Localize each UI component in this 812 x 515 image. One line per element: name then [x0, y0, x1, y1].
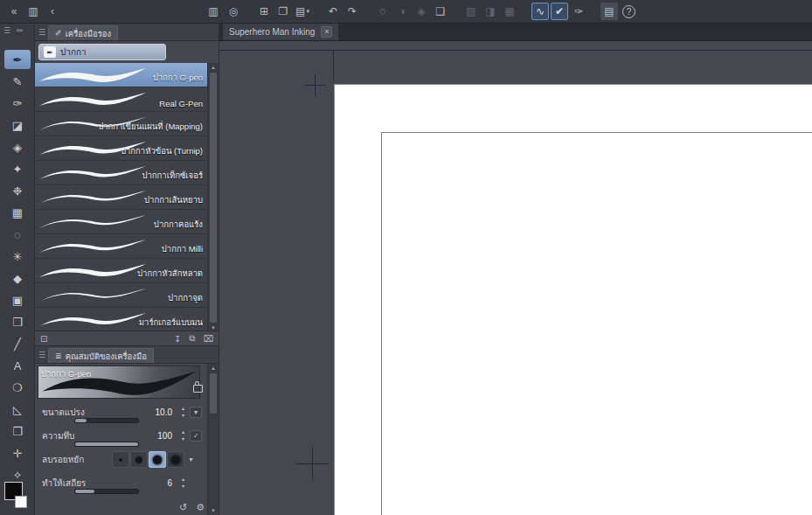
tool-property-menu-icon[interactable]: ☰ [38, 351, 45, 359]
paint-bucket-tool[interactable]: ◈ [4, 137, 31, 157]
redo-icon[interactable]: ↷ [344, 3, 361, 20]
scroll-up-icon[interactable]: ▲ [208, 63, 219, 72]
lock-icon[interactable] [193, 385, 203, 393]
background-color-swatch[interactable] [15, 496, 27, 508]
value-spinner[interactable]: ▴▾ [182, 405, 184, 419]
invert-selection-icon[interactable]: ◑ [393, 3, 411, 20]
snap-ruler-icon[interactable]: ▨ [462, 3, 480, 20]
subtool-item[interactable]: ปากกาเขียนแผนที่ (Mapping) [35, 112, 207, 136]
scroll-thumb[interactable] [210, 73, 217, 323]
deselect-icon[interactable]: ◌ [374, 3, 392, 20]
scroll-down-icon[interactable]: ▼ [208, 506, 219, 515]
property-slider[interactable] [74, 489, 139, 494]
vector-line-icon[interactable]: ∿ [531, 3, 549, 20]
hand-tool[interactable]: ✛ [4, 443, 31, 463]
scroll-up-icon[interactable]: ▲ [208, 364, 219, 372]
brush-list-scrollbar[interactable]: ▲ ▼ [207, 63, 219, 332]
open-file-icon[interactable]: ❐ [274, 3, 292, 20]
subtool-item[interactable]: ปากกาคอแร้ง [35, 210, 207, 234]
spinner-up-icon[interactable]: ▴ [182, 428, 184, 435]
snap-grid-icon[interactable]: ▦ [501, 3, 518, 20]
spinner-down-icon[interactable]: ▾ [182, 412, 184, 419]
material-panel-icon[interactable]: ▤ [600, 3, 618, 20]
balloon-tool[interactable]: ❍ [4, 378, 31, 397]
panel-list-icon[interactable]: ▥ [205, 3, 222, 20]
spinner-down-icon[interactable]: ▾ [182, 435, 184, 442]
text-tool[interactable]: A [4, 356, 31, 375]
tool-property-scrollbar[interactable]: ▲ ▼ [207, 364, 219, 515]
pen-group-header[interactable]: ✒ ปากกา [38, 44, 166, 60]
subtool-menu-icon[interactable]: ☰ [38, 28, 45, 37]
subtool-item[interactable]: ปากกา Milli [35, 234, 207, 259]
collapse-left-icon[interactable]: « [5, 3, 23, 20]
document-tab[interactable]: Superhero Man Inking × [223, 24, 338, 40]
subtool-tab[interactable]: ✐ เครื่องมือรอง [48, 25, 118, 40]
undo-icon[interactable]: ↶ [324, 3, 342, 20]
subtool-detail-icon[interactable]: ⊡ [40, 334, 47, 344]
fill-icon[interactable]: ◈ [413, 3, 430, 20]
screen-tool[interactable]: ▣ [4, 290, 31, 310]
subtool-item[interactable]: มาร์กเกอร์แบบมน [35, 308, 207, 332]
marker-tool[interactable]: ✑ [4, 94, 31, 113]
pen-tool[interactable]: ✒ [4, 50, 31, 69]
subtool-tab-icon: ✐ [55, 29, 62, 38]
lasso-tool[interactable]: ◌ [4, 225, 31, 244]
back-icon[interactable]: ‹ [44, 3, 61, 20]
pen-pressure-icon[interactable]: ✑ [570, 3, 587, 20]
subtool-item[interactable]: ปากกาเส้นหยาบ [35, 185, 207, 210]
property-slider[interactable] [74, 418, 139, 423]
frame-border-tool[interactable]: ❐ [4, 421, 31, 441]
antialias-dropdown-icon[interactable]: ▾ [185, 451, 197, 468]
tool-property-panel: ☰ ≣ คุณสมบัติของเครื่องมือ ปากกา G-pen ข… [35, 345, 219, 515]
tool-property-tab[interactable]: ≣ คุณสมบัติของเครื่องมือ [48, 348, 154, 363]
vector-brush-icon[interactable]: ✔ [551, 3, 568, 20]
spinner-up-icon[interactable]: ▴ [182, 405, 184, 412]
scroll-thumb[interactable] [210, 373, 217, 414]
decoration-tool[interactable]: ✦ [4, 159, 31, 178]
toolbar-edit-icon[interactable]: ✏ [17, 26, 24, 35]
object-tool[interactable]: ❒ [4, 312, 31, 331]
delete-subtool-icon[interactable]: ⌧ [203, 334, 213, 344]
subtool-item[interactable]: ปากกาหัวข้อน (Turnip) [35, 136, 207, 161]
crop-canvas-icon[interactable]: ❑ [432, 3, 449, 20]
spinner-down-icon[interactable]: ▾ [182, 483, 184, 490]
pencil-tool[interactable]: ✎ [4, 72, 31, 91]
pressure-toggle-button[interactable]: ✓ [190, 430, 202, 442]
antialias-option-2[interactable] [149, 451, 166, 468]
subtool-item-label: มาร์กเกอร์แบบมน [139, 316, 203, 329]
eraser-tool[interactable]: ◪ [4, 115, 31, 135]
workspace-icon[interactable]: ▥ [24, 3, 42, 20]
blend-tool[interactable]: ❉ [4, 181, 31, 200]
subtool-item[interactable]: ปากกาจุด [35, 283, 207, 308]
new-canvas-icon[interactable]: ⊞ [255, 3, 273, 20]
value-spinner[interactable]: ▴▾ [182, 428, 184, 442]
tool-settings-icon[interactable]: ⚙ [196, 502, 205, 513]
antialias-option-1[interactable] [130, 451, 148, 468]
duplicate-subtool-icon[interactable]: ⧉ [189, 333, 195, 344]
subtool-item[interactable]: ปากกาเท็กซ์เจอร์ [35, 161, 207, 185]
save-icon[interactable]: ▤▾ [294, 3, 311, 20]
size-dropdown-button[interactable]: ▾ [190, 407, 202, 418]
gradient-tool[interactable]: ▦ [4, 203, 31, 222]
subtool-item[interactable]: ปากกา G-pen [35, 63, 207, 87]
subtool-item[interactable]: ปากกาหัวสักหลาด [35, 259, 207, 283]
tab-close-button[interactable]: × [321, 26, 332, 38]
import-subtool-icon[interactable]: ↧ [174, 334, 181, 344]
spinner-up-icon[interactable]: ▴ [182, 476, 184, 483]
figure-tool[interactable]: ◆ [4, 268, 31, 288]
toolbar-menu-icon[interactable]: ☰ [3, 26, 10, 35]
subtool-item-label: ปากกาหัวข้อน (Turnip) [121, 144, 203, 157]
antialias-option-3[interactable] [167, 451, 184, 468]
ruler-tool[interactable]: ◺ [4, 400, 31, 419]
canvas-viewport[interactable] [219, 41, 812, 515]
reset-tool-icon[interactable]: ↺ [179, 502, 187, 513]
auto-select-tool[interactable]: ✳ [4, 247, 31, 266]
antialias-option-0[interactable] [112, 451, 129, 468]
clip-studio-logo-icon[interactable]: ◎ [225, 3, 242, 20]
line-tool[interactable]: ╱ [4, 334, 31, 353]
subtool-item[interactable]: Real G-Pen [35, 87, 207, 112]
snap-special-ruler-icon[interactable]: ◨ [482, 3, 499, 20]
help-icon[interactable]: ? [622, 5, 635, 18]
value-spinner[interactable]: ▴▾ [182, 476, 184, 490]
property-slider[interactable] [74, 442, 139, 447]
